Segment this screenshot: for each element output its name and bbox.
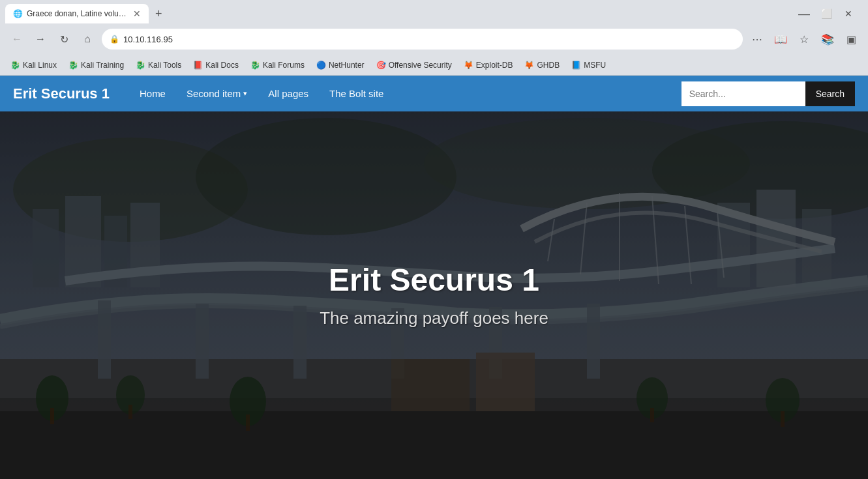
kali-linux-icon: 🐉 (10, 61, 20, 70)
bookmark-offensive-security[interactable]: 🎯 Offensive Security (371, 59, 457, 71)
bookmark-kali-tools-label: Kali Tools (148, 61, 181, 70)
reader-view-button[interactable]: 📖 (771, 30, 790, 48)
website-content: Erit Securus 1 Home Second item ▾ All pa… (0, 76, 868, 479)
exploit-db-icon: 🦊 (464, 61, 473, 70)
search-area: Search (681, 81, 855, 106)
home-button[interactable]: ⌂ (78, 30, 97, 48)
bookmark-nethunter[interactable]: 🔵 NetHunter (311, 59, 370, 71)
search-input[interactable] (681, 81, 805, 106)
bookmark-kali-docs[interactable]: 📕 Kali Docs (188, 59, 244, 71)
sidebar-button[interactable]: ▣ (842, 30, 860, 48)
bookmark-kali-docs-label: Kali Docs (205, 61, 239, 70)
address-bar: ← → ↻ ⌂ 🔒 10.10.116.95 ⋯ 📖 ☆ 📚 ▣ (0, 23, 868, 55)
bookmark-kali-tools[interactable]: 🐉 Kali Tools (130, 59, 187, 71)
nav-bolt-site[interactable]: The Bolt site (319, 76, 394, 111)
hero-subtitle: The amazing payoff goes here (320, 308, 548, 328)
bookmark-kali-linux[interactable]: 🐉 Kali Linux (5, 59, 62, 71)
window-maximize-button[interactable]: ⬜ (817, 5, 835, 23)
site-logo[interactable]: Erit Securus 1 (13, 85, 110, 102)
search-button[interactable]: Search (805, 81, 855, 106)
kali-tools-icon: 🐉 (136, 61, 145, 70)
bookmark-offensive-security-label: Offensive Security (389, 61, 452, 70)
window-minimize-button[interactable]: — (795, 5, 813, 23)
nav-links: Home Second item ▾ All pages The Bolt si… (129, 76, 681, 111)
bookmark-msfu-label: MSFU (584, 61, 606, 70)
bookmark-ghdb[interactable]: 🦊 GHDB (519, 59, 565, 71)
nav-home[interactable]: Home (129, 76, 176, 111)
site-navigation: Erit Securus 1 Home Second item ▾ All pa… (0, 76, 868, 111)
offensive-security-icon: 🎯 (376, 61, 386, 70)
bookmark-button[interactable]: ☆ (795, 30, 813, 48)
menu-button[interactable]: ⋯ (748, 30, 766, 48)
bookmark-kali-training[interactable]: 🐉 Kali Training (63, 59, 129, 71)
nethunter-icon: 🔵 (316, 61, 326, 70)
security-lock-icon: 🔒 (110, 35, 119, 44)
msfu-icon: 📘 (571, 61, 581, 70)
hero-overlay: Erit Securus 1 The amazing payoff goes h… (0, 111, 868, 479)
nav-second-item[interactable]: Second item ▾ (176, 76, 258, 111)
kali-training-icon: 🐉 (68, 61, 78, 70)
url-text: 10.10.116.95 (123, 35, 735, 44)
tab-bar: 🌐 Graece donan, Latine volupt... ✕ + — ⬜… (0, 0, 868, 23)
bookmark-ghdb-label: GHDB (537, 61, 560, 70)
nav-all-pages[interactable]: All pages (258, 76, 319, 111)
bookmarks-bar: 🐉 Kali Linux 🐉 Kali Training 🐉 Kali Tool… (0, 55, 868, 76)
back-button[interactable]: ← (8, 30, 26, 48)
reload-button[interactable]: ↻ (55, 30, 73, 48)
tab-favicon: 🌐 (13, 9, 23, 18)
window-close-button[interactable]: ✕ (839, 5, 858, 23)
bookmark-kali-forums[interactable]: 🐉 Kali Forums (245, 59, 310, 71)
kali-docs-icon: 📕 (193, 61, 203, 70)
tab-close-button[interactable]: ✕ (133, 9, 141, 18)
url-bar[interactable]: 🔒 10.10.116.95 (102, 29, 743, 50)
bookmark-nethunter-label: NetHunter (329, 61, 365, 70)
library-button[interactable]: 📚 (818, 30, 837, 48)
bookmark-exploit-db-label: Exploit-DB (476, 61, 513, 70)
tab-title: Graece donan, Latine volupt... (27, 9, 129, 18)
hero-section: Erit Securus 1 The amazing payoff goes h… (0, 111, 868, 479)
bookmark-exploit-db[interactable]: 🦊 Exploit-DB (458, 59, 518, 71)
kali-forums-icon: 🐉 (250, 61, 260, 70)
bookmark-msfu[interactable]: 📘 MSFU (566, 59, 611, 71)
new-tab-button[interactable]: + (150, 6, 168, 22)
hero-title: Erit Securus 1 (329, 262, 539, 298)
ghdb-icon: 🦊 (524, 61, 534, 70)
active-tab[interactable]: 🌐 Graece donan, Latine volupt... ✕ (5, 4, 149, 23)
chevron-down-icon: ▾ (243, 89, 247, 98)
bookmark-kali-linux-label: Kali Linux (23, 61, 57, 70)
bookmark-kali-forums-label: Kali Forums (263, 61, 305, 70)
bookmark-kali-training-label: Kali Training (81, 61, 124, 70)
forward-button[interactable]: → (31, 30, 50, 48)
